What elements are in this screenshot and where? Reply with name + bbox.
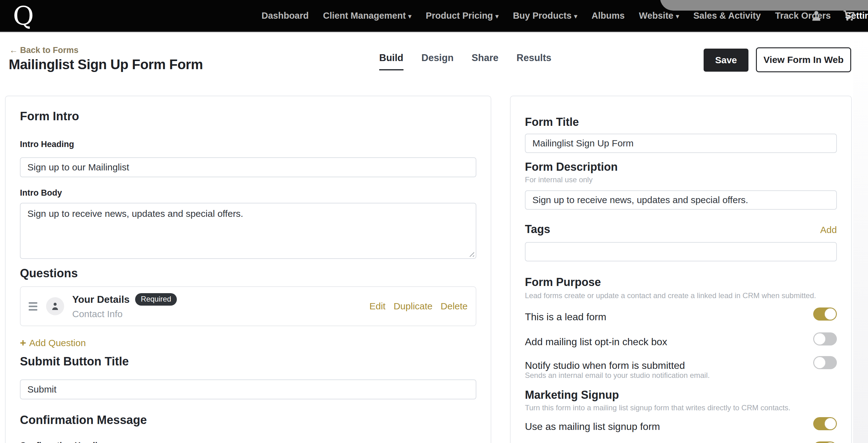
notify-toggle[interactable] xyxy=(813,356,837,369)
form-description-input[interactable] xyxy=(525,190,837,210)
nav-item-website[interactable]: Website▾ xyxy=(639,10,679,21)
question-type: Contact Info xyxy=(72,309,177,319)
edit-question-link[interactable]: Edit xyxy=(370,301,386,312)
lead-form-toggle[interactable] xyxy=(813,307,837,321)
avatar xyxy=(46,297,64,315)
add-tag-link[interactable]: Add xyxy=(820,225,837,235)
confirmation-heading-label: Confirmation Heading xyxy=(20,441,476,443)
back-arrow-icon: ← xyxy=(9,46,18,55)
toggle-knob xyxy=(825,308,836,320)
plus-icon: + xyxy=(20,337,26,349)
marketing-signup-hint: Turn this form into a mailing list signu… xyxy=(525,404,837,412)
add-question-link[interactable]: + Add Question xyxy=(20,337,86,349)
form-description-hint: For internal use only xyxy=(525,175,837,184)
person-icon xyxy=(50,301,60,312)
back-to-forms-link[interactable]: ← Back to Forms xyxy=(9,46,79,55)
required-badge: Required xyxy=(135,293,177,305)
account-icon[interactable] xyxy=(809,9,823,23)
partial-toggle[interactable] xyxy=(813,441,837,443)
chevron-down-icon: ▾ xyxy=(574,12,577,20)
intro-body-textarea-wrap: Sign up to receive news, updates and spe… xyxy=(20,203,476,259)
confirmation-message-heading: Confirmation Message xyxy=(20,413,476,427)
submit-button-title-heading: Submit Button Title xyxy=(20,355,476,368)
nav-item-product-pricing[interactable]: Product Pricing▾ xyxy=(426,10,498,21)
form-build-card: Form Intro Intro Heading Intro Body Sign… xyxy=(5,96,491,443)
form-description-heading: Form Description xyxy=(525,160,837,174)
form-intro-heading: Form Intro xyxy=(20,109,476,123)
question-info: Your Details Required Contact Info xyxy=(72,293,177,319)
form-tabs: Build Design Share Results xyxy=(379,52,551,70)
nav-item-dashboard[interactable]: Dashboard xyxy=(261,10,309,21)
intro-body-textarea[interactable]: Sign up to receive news, updates and spe… xyxy=(20,203,476,259)
tags-heading: Tags xyxy=(525,223,550,236)
submit-button-title-input[interactable] xyxy=(20,379,476,400)
tab-build[interactable]: Build xyxy=(379,52,403,70)
intro-heading-input[interactable] xyxy=(20,157,476,177)
nav-item-client-management[interactable]: Client Management▾ xyxy=(323,10,411,21)
marketing-signup-heading: Marketing Signup xyxy=(525,388,837,402)
intro-heading-label: Intro Heading xyxy=(20,139,476,149)
notify-hint: Sends an internal email to your studio n… xyxy=(525,371,837,380)
partial-toggle-row xyxy=(525,441,837,443)
tags-input[interactable] xyxy=(525,242,837,261)
brand-logo[interactable]: Q xyxy=(9,1,37,31)
tab-share[interactable]: Share xyxy=(472,52,498,70)
chevron-down-icon: ▾ xyxy=(408,12,411,20)
tab-results[interactable]: Results xyxy=(517,52,551,70)
chevron-down-icon: ▾ xyxy=(676,12,679,20)
tab-design[interactable]: Design xyxy=(422,52,454,70)
duplicate-question-link[interactable]: Duplicate xyxy=(394,301,432,312)
view-form-in-web-button[interactable]: View Form In Web xyxy=(756,47,851,72)
form-title-input[interactable] xyxy=(525,134,837,153)
cart-icon[interactable] xyxy=(842,9,856,23)
mailinglist-toggle-row: Use as mailing list signup form xyxy=(525,417,837,435)
top-nav: Q Dashboard Client Management▾ Product P… xyxy=(0,0,868,32)
optin-toggle-row: Add mailing list opt-in check box xyxy=(525,332,837,350)
question-row: Your Details Required Contact Info Edit … xyxy=(20,286,476,326)
form-purpose-hint: Lead forms create or update a contact an… xyxy=(525,291,837,300)
drag-handle-icon[interactable] xyxy=(29,302,37,311)
intro-body-label: Intro Body xyxy=(20,188,476,198)
lead-form-toggle-row: This is a lead form xyxy=(525,307,837,325)
form-title-heading: Form Title xyxy=(525,116,837,129)
form-purpose-heading: Form Purpose xyxy=(525,276,837,289)
optin-toggle[interactable] xyxy=(813,332,837,346)
mailinglist-toggle[interactable] xyxy=(813,417,837,430)
mailinglist-label: Use as mailing list signup form xyxy=(525,417,660,433)
page: Q Dashboard Client Management▾ Product P… xyxy=(0,0,868,443)
toggle-knob xyxy=(825,418,836,430)
form-settings-card: Form Title Form Description For internal… xyxy=(510,96,852,443)
optin-label: Add mailing list opt-in check box xyxy=(525,332,667,348)
chevron-down-icon: ▾ xyxy=(495,12,498,20)
nav-icon-group xyxy=(809,9,856,23)
tags-header-row: Tags Add xyxy=(525,223,837,236)
nav-item-albums[interactable]: Albums xyxy=(592,10,624,21)
question-actions: Edit Duplicate Delete xyxy=(370,301,468,312)
notify-label: Notify studio when form is submitted xyxy=(525,356,685,371)
nav-item-buy-products[interactable]: Buy Products▾ xyxy=(513,10,577,21)
toggle-knob xyxy=(814,357,826,368)
scroll-gutter xyxy=(853,32,868,443)
lead-form-label: This is a lead form xyxy=(525,307,606,323)
overlay-pill xyxy=(660,0,868,10)
page-title: Mailinglist Sign Up Form Form xyxy=(9,57,203,72)
toggle-knob xyxy=(814,333,826,345)
nav-item-sales-activity[interactable]: Sales & Activity xyxy=(693,10,761,21)
questions-heading: Questions xyxy=(20,266,476,280)
question-title: Your Details xyxy=(72,294,129,305)
save-button[interactable]: Save xyxy=(704,49,748,72)
delete-question-link[interactable]: Delete xyxy=(440,301,468,312)
